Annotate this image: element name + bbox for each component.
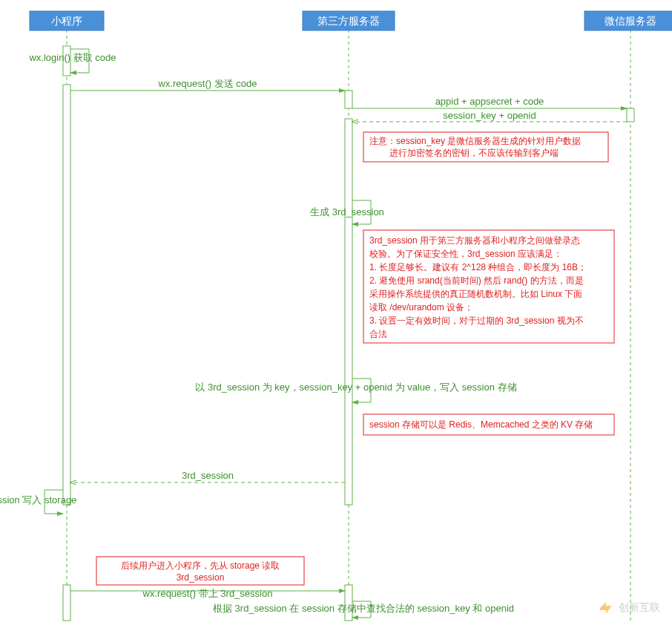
msg-lookup-session: 根据 3rd_session 在 session 存储中查找合法的 sessio… bbox=[213, 601, 514, 618]
svg-rect-8 bbox=[345, 91, 352, 108]
svg-rect-12 bbox=[63, 585, 70, 621]
svg-text:3rd_session: 3rd_session bbox=[177, 572, 225, 583]
msg-sessionkey-openid: session_key + openid bbox=[352, 110, 627, 122]
svg-rect-24 bbox=[363, 230, 614, 343]
svg-text:1. 长度足够长。建议有 2^128 种组合，即长度为 16: 1. 长度足够长。建议有 2^128 种组合，即长度为 16B； bbox=[369, 262, 587, 272]
svg-text:3rd_session 用于第三方服务器和小程序之间做登录态: 3rd_session 用于第三方服务器和小程序之间做登录态 bbox=[369, 235, 580, 246]
msg-return-3rd-session: 3rd_session bbox=[70, 470, 345, 482]
svg-text:小程序: 小程序 bbox=[51, 15, 82, 27]
msg-wx-request-send-code: wx.request() 发送 code bbox=[70, 78, 345, 91]
svg-text:3rd_session: 3rd_session bbox=[182, 470, 234, 481]
svg-text:根据 3rd_session 在 session 存储中查找: 根据 3rd_session 在 session 存储中查找合法的 sessio… bbox=[213, 603, 514, 614]
svg-text:2. 避免使用 srand(当前时间) 然后 rand() : 2. 避免使用 srand(当前时间) 然后 rand() 的方法，而是 bbox=[369, 275, 584, 286]
svg-text:wx.request() 发送 code: wx.request() 发送 code bbox=[158, 78, 257, 89]
note-session-storage-kv: session 存储可以是 Redis、Memcached 之类的 KV 存储 bbox=[363, 414, 614, 435]
svg-rect-9 bbox=[627, 108, 634, 122]
svg-text:校验。为了保证安全性，3rd_session 应该满足：: 校验。为了保证安全性，3rd_session 应该满足： bbox=[369, 249, 562, 259]
svg-text:wx.request() 带上 3rd_session: wx.request() 带上 3rd_session bbox=[142, 588, 273, 599]
svg-text:后续用户进入小程序，先从 storage 读取: 后续用户进入小程序，先从 storage 读取 bbox=[121, 560, 280, 571]
svg-text:3. 设置一定有效时间，对于过期的 3rd_session : 3. 设置一定有效时间，对于过期的 3rd_session 视为不 bbox=[369, 315, 584, 326]
msg-wx-login: wx.login() 获取 code bbox=[28, 49, 116, 73]
svg-text:读取 /dev/urandom 设备；: 读取 /dev/urandom 设备； bbox=[369, 302, 473, 312]
msg-wx-request-with-3rd-session: wx.request() 带上 3rd_session bbox=[70, 588, 345, 599]
note-session-key-warning: 注意：session_key 是微信服务器生成的针对用户数据 进行加密签名的密钥… bbox=[363, 132, 608, 162]
msg-write-session-storage: 以 3rd_session 为 key，session_key + openid… bbox=[195, 379, 516, 402]
svg-text:以 3rd_session 为 key，session_ke: 以 3rd_session 为 key，session_key + openid… bbox=[195, 382, 516, 393]
svg-text:session 存储可以是 Redis、Memcached : session 存储可以是 Redis、Memcached 之类的 KV 存储 bbox=[369, 419, 593, 430]
svg-text:注意：session_key 是微信服务器生成的针对用户数据: 注意：session_key 是微信服务器生成的针对用户数据 bbox=[369, 136, 581, 146]
watermark: 创新互联 bbox=[598, 600, 660, 616]
actor-mini-program: 小程序 bbox=[30, 11, 104, 30]
note-3rd-session-requirements: 3rd_session 用于第三方服务器和小程序之间做登录态 校验。为了保证安全… bbox=[363, 230, 614, 343]
watermark-text: 创新互联 bbox=[619, 601, 660, 615]
svg-text:采用操作系统提供的真正随机数机制。比如 Linux 下面: 采用操作系统提供的真正随机数机制。比如 Linux 下面 bbox=[369, 289, 582, 299]
svg-text:session_key + openid: session_key + openid bbox=[443, 110, 536, 121]
svg-rect-10 bbox=[345, 119, 352, 505]
svg-text:生成 3rd_session: 生成 3rd_session bbox=[310, 206, 384, 217]
svg-text:进行加密签名的密钥，不应该传输到客户端: 进行加密签名的密钥，不应该传输到客户端 bbox=[389, 148, 559, 158]
note-read-storage: 后续用户进入小程序，先从 storage 读取 3rd_session bbox=[96, 557, 304, 585]
actor-wechat-server: 微信服务器 bbox=[584, 11, 672, 30]
actor-third-party-server: 第三方服务器 bbox=[303, 11, 395, 30]
svg-text:wx.login() 获取 code: wx.login() 获取 code bbox=[28, 52, 116, 63]
svg-text:微信服务器: 微信服务器 bbox=[605, 15, 656, 27]
svg-text:appid + appsecret + code: appid + appsecret + code bbox=[435, 96, 544, 107]
svg-text:合法: 合法 bbox=[369, 329, 387, 339]
svg-text:第三方服务器: 第三方服务器 bbox=[317, 15, 380, 27]
svg-text:3rd_session 写入 storage: 3rd_session 写入 storage bbox=[0, 494, 76, 505]
watermark-icon bbox=[598, 600, 614, 616]
svg-rect-7 bbox=[63, 85, 70, 505]
msg-appid-appsecret-code: appid + appsecret + code bbox=[352, 96, 627, 108]
